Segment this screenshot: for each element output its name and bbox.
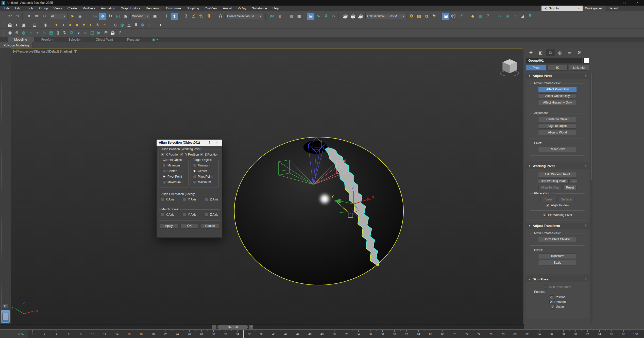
history-icon[interactable]: ↺ (457, 12, 465, 20)
scatter-tool-icon[interactable]: ∴ (496, 12, 503, 20)
skin-pose-scale-checkbox[interactable]: Scale (551, 305, 564, 309)
place-pivot-view-button[interactable]: View (540, 197, 557, 202)
toggle-ribbon-icon[interactable]: ▦ (295, 12, 303, 20)
spinner-snap-toggle-icon[interactable]: ⇅ (205, 12, 213, 20)
menu-substance[interactable]: Substance (249, 6, 270, 11)
menu-animation[interactable]: Animation (98, 6, 118, 11)
vray-sun-icon[interactable]: ☀ (94, 22, 101, 28)
vray-teapot-icon[interactable]: ☕ (7, 22, 13, 28)
hierarchy-tab[interactable]: ⧉ (546, 49, 555, 56)
select-and-move-icon[interactable]: ✥ (99, 12, 107, 20)
use-working-pivot-button[interactable]: Use Working Pivot (538, 178, 569, 184)
video-icon[interactable]: ▶ (96, 29, 103, 36)
affect-object-only-button[interactable]: Affect Object Only (538, 93, 577, 99)
target-tool-icon[interactable]: ⊕ (503, 12, 511, 20)
target-maximum-radio[interactable]: Maximum (193, 180, 217, 184)
dont-affect-children-button[interactable]: Don't Affect Children (538, 237, 577, 242)
polygon-modeling-panel[interactable]: Polygon Modeling (0, 42, 32, 48)
link-info-mode-button[interactable]: Link Info (569, 65, 589, 71)
autosave-toggle-icon[interactable]: ▣ (442, 12, 450, 20)
rollout-header-adjust-transform[interactable]: ▼Adjust Transform⠿ (526, 223, 589, 229)
vray-fur-icon[interactable]: ψ (139, 22, 146, 28)
affect-pivot-only-button[interactable]: Affect Pivot Only (538, 87, 577, 92)
menu-help[interactable]: Help (270, 6, 282, 11)
render-link-icon[interactable]: ⧉ (423, 12, 430, 20)
target-minimum-radio[interactable]: Minimum (193, 164, 217, 167)
reset-pivot-button[interactable]: Reset Pivot (538, 147, 577, 152)
material-editor-icon[interactable]: ☕ (342, 12, 349, 20)
time-slider[interactable]: < 35 / 100 > (212, 325, 253, 329)
x-position-checkbox[interactable]: X Position (161, 153, 179, 156)
align-icon[interactable]: ⧈ (276, 12, 284, 20)
target-center-radio[interactable]: Center (193, 169, 217, 173)
curve-editor-icon[interactable]: ∿ (315, 12, 322, 20)
unlink-selection-icon[interactable]: ⚮ (33, 12, 41, 20)
camera-add-icon[interactable]: ⊚ (13, 29, 20, 36)
align-to-view-button[interactable]: Align To View (538, 185, 562, 190)
menu-graph-editors[interactable]: Graph Editors (118, 6, 143, 11)
create-tab[interactable]: ✚ (527, 49, 535, 56)
vray-scatter-icon[interactable]: △ (126, 22, 132, 28)
select-and-scale-icon[interactable]: ◱ (114, 12, 122, 20)
vray-instancer-icon[interactable]: ⠿ (132, 22, 139, 28)
dock-panel-button[interactable] (1, 310, 10, 323)
working-pivot-options-button[interactable]: ... (570, 178, 577, 184)
close-button[interactable]: ✕ (631, 0, 644, 6)
pivot-mode-button[interactable]: Pivot (526, 65, 546, 71)
mirror-icon[interactable]: ⋈ (268, 12, 276, 20)
dock-play-button[interactable]: ▶ (2, 303, 8, 308)
select-object-icon[interactable]: ➤ (69, 12, 76, 20)
window-crossing-icon[interactable]: ◳ (91, 12, 99, 20)
workspace-dropdown[interactable]: Default (606, 6, 644, 11)
menu-tools[interactable]: Tools (23, 6, 36, 11)
rollout-header-skin-pose[interactable]: ▼Skin Pose⠿ (526, 276, 589, 282)
vray-list-icon[interactable]: ▤ (31, 22, 38, 28)
track-bar[interactable]: < 35 / 100 > (0, 324, 524, 329)
previous-frame-button[interactable]: < (212, 325, 216, 329)
menu-modifiers[interactable]: Modifiers (80, 6, 98, 11)
apply-button[interactable]: Apply (160, 223, 178, 229)
vray-ies-light-icon[interactable]: ▼ (80, 22, 87, 28)
undo-icon[interactable]: ↶ (6, 12, 14, 20)
panel-icon[interactable]: ◫ (89, 29, 96, 36)
vray-sphere-icon[interactable]: ● (157, 22, 164, 28)
forest-pack-icon[interactable]: ♣ (469, 12, 477, 20)
bind-to-space-warp-icon[interactable]: ⚯ (41, 12, 48, 20)
menu-v-ray[interactable]: V-Ray (235, 6, 249, 11)
toolbar-grip[interactable] (3, 22, 5, 27)
list-icon[interactable]: ▤ (48, 29, 55, 36)
angle-snap-toggle-icon[interactable]: ∠ (190, 12, 197, 20)
menu-group[interactable]: Group (36, 6, 51, 11)
motion-mixer-icon[interactable]: ∴ (330, 12, 337, 20)
skin-pose-rotation-checkbox[interactable]: Rotation (549, 300, 566, 304)
vray-proxy-icon[interactable]: ◇ (112, 22, 119, 28)
menu-views[interactable]: Views (51, 6, 65, 11)
teapot-icon[interactable]: ☕ (109, 29, 116, 36)
edit-working-pivot-button[interactable]: Edit Working Pivot (538, 172, 577, 177)
toolbar-grip[interactable] (3, 13, 4, 20)
fire-icon[interactable]: ♨ (41, 29, 48, 36)
ribbon-tab-object-paint[interactable]: Object Paint (89, 37, 120, 42)
mini-curve-editor-icon[interactable]: ∿ (21, 332, 24, 336)
redo-icon[interactable]: ↷ (14, 12, 21, 20)
undo-count-icon[interactable]: ⑪ (450, 12, 457, 20)
vray-camera-icon[interactable]: ◉ (42, 22, 49, 28)
menu-scripting[interactable]: Scripting (184, 6, 202, 11)
place-align-to-view-checkbox[interactable]: Align To View (546, 204, 569, 207)
render-frame-window-icon[interactable]: ☕ (357, 12, 364, 20)
select-similar-icon[interactable]: ⬆ (171, 12, 178, 20)
motion-tab[interactable]: ◎ (555, 49, 564, 56)
menu-customize[interactable]: Customize (163, 6, 184, 11)
rollout-header-working-pivot[interactable]: ▼Working Pivot⠿ (526, 163, 589, 169)
palette-icon[interactable]: ◕ (75, 29, 82, 36)
orient-x-axis-checkbox[interactable]: X Axis (161, 198, 174, 201)
vray-sky-icon[interactable]: ☼ (101, 22, 108, 28)
spheres-tool-icon[interactable]: ◔ (511, 12, 519, 20)
ribbon-tab-selection[interactable]: Selection (62, 37, 88, 42)
dialog-close-button[interactable]: ✕ (214, 141, 220, 144)
ribbon-tab-freeform[interactable]: Freeform (35, 37, 61, 42)
dialog-title-bar[interactable]: Align Selection (Object001) ? ✕ (157, 140, 222, 146)
utilities-tab[interactable]: ⚒ (575, 49, 584, 56)
z-position-checkbox[interactable]: Z Position (200, 153, 218, 156)
cancel-button[interactable]: Cancel (201, 223, 219, 229)
